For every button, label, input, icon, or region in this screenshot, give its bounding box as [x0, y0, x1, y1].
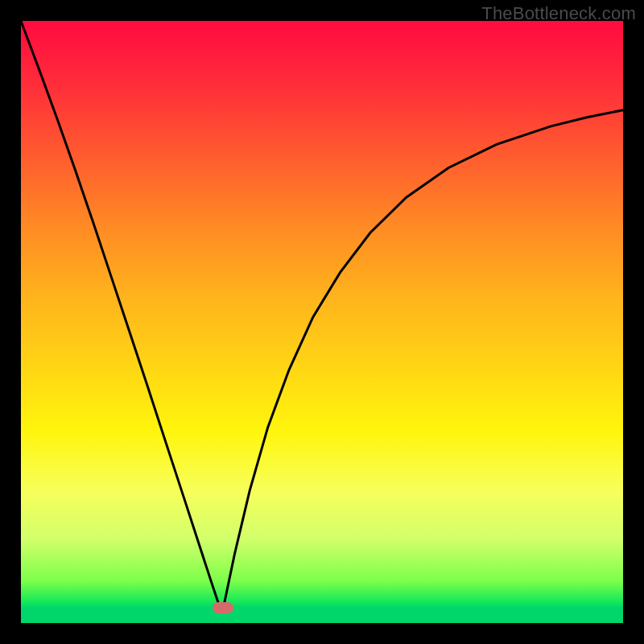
curve-path — [21, 21, 623, 611]
bottleneck-curve — [21, 21, 623, 623]
plot-area — [21, 21, 623, 623]
minimum-marker — [213, 602, 233, 613]
chart-frame: TheBottleneck.com — [0, 0, 644, 644]
